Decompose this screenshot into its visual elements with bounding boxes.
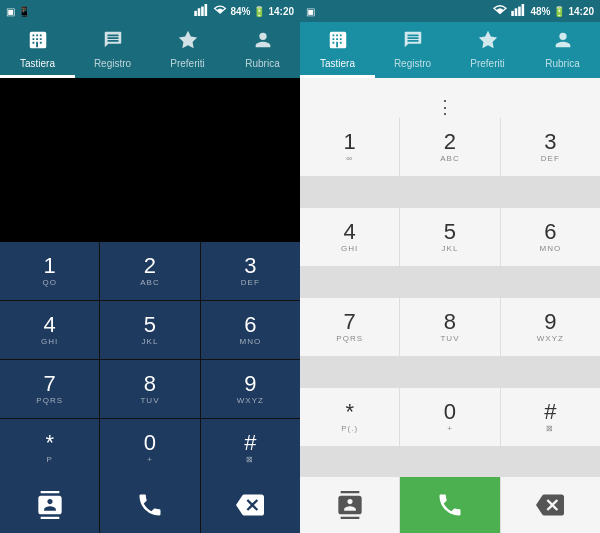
right-signal-icon	[511, 4, 527, 18]
svg-rect-5	[515, 8, 518, 16]
left-battery-text: 84%	[230, 6, 250, 17]
left-key-8[interactable]: 8 TUV	[100, 360, 199, 418]
right-key-4[interactable]: 4 GHI	[300, 208, 399, 266]
left-key-9[interactable]: 9 WXYZ	[201, 360, 300, 418]
left-screen-icon: ▣	[6, 6, 15, 17]
right-tastiera-icon	[327, 29, 349, 56]
left-tab-rubrica-label: Rubrica	[245, 58, 279, 69]
right-key-7[interactable]: 7 PQRS	[300, 298, 399, 356]
right-key-2[interactable]: 2 ABC	[400, 118, 499, 176]
right-preferiti-icon	[477, 29, 499, 56]
left-panel: ▣ 📱 84% 🔋 14:20 Tastiera Regis	[0, 0, 300, 533]
right-key-hash[interactable]: # ⊠	[501, 388, 600, 446]
right-action-bar	[300, 477, 600, 533]
overflow-menu-button[interactable]: ⋮	[436, 96, 455, 118]
right-key-star[interactable]: * P(.)	[300, 388, 399, 446]
right-wifi-icon	[492, 4, 508, 18]
right-tab-registro-label: Registro	[394, 58, 431, 69]
left-tab-tastiera[interactable]: Tastiera	[0, 22, 75, 78]
tastiera-icon	[27, 29, 49, 56]
right-call-button[interactable]	[400, 477, 499, 533]
right-dialer-display: ⋮	[300, 78, 600, 118]
left-keypad: 1 QO 2 ABC 3 DEF 4 GHI 5 JKL 6 MNO 7 PQR…	[0, 242, 300, 477]
svg-rect-1	[198, 8, 201, 16]
right-tab-preferiti-label: Preferiti	[470, 58, 504, 69]
right-key-0[interactable]: 0 +	[400, 388, 499, 446]
right-contacts-button[interactable]	[300, 477, 399, 533]
right-rubrica-icon	[552, 29, 574, 56]
svg-rect-2	[202, 7, 205, 16]
left-status-bar: ▣ 📱 84% 🔋 14:20	[0, 0, 300, 22]
left-wifi-icon	[213, 4, 227, 18]
left-key-star[interactable]: * P	[0, 419, 99, 477]
left-tab-registro-label: Registro	[94, 58, 131, 69]
left-tab-rubrica[interactable]: Rubrica	[225, 22, 300, 78]
preferiti-icon-left	[177, 29, 199, 56]
right-tab-tastiera[interactable]: Tastiera	[300, 22, 375, 78]
right-key-1[interactable]: 1 ∞	[300, 118, 399, 176]
svg-rect-6	[519, 7, 522, 16]
svg-rect-3	[205, 4, 208, 16]
right-delete-button[interactable]	[501, 477, 600, 533]
left-call-button[interactable]	[100, 477, 199, 533]
right-key-3[interactable]: 3 DEF	[501, 118, 600, 176]
left-status-right: 84% 🔋 14:20	[194, 4, 294, 18]
left-key-hash[interactable]: # ⊠	[201, 419, 300, 477]
right-status-left: ▣	[306, 6, 315, 17]
right-time: 14:20	[568, 6, 594, 17]
right-tab-registro[interactable]: Registro	[375, 22, 450, 78]
rubrica-icon-left	[252, 29, 274, 56]
left-tab-tastiera-label: Tastiera	[20, 58, 55, 69]
left-tab-preferiti-label: Preferiti	[170, 58, 204, 69]
left-time: 14:20	[268, 6, 294, 17]
left-key-0[interactable]: 0 +	[100, 419, 199, 477]
left-tab-registro[interactable]: Registro	[75, 22, 150, 78]
left-delete-button[interactable]	[201, 477, 300, 533]
left-key-6[interactable]: 6 MNO	[201, 301, 300, 359]
left-status-left: ▣ 📱	[6, 6, 30, 17]
right-panel: ▣ 48% 🔋 14:20 Tastiera Registro	[300, 0, 600, 533]
right-key-8[interactable]: 8 TUV	[400, 298, 499, 356]
left-key-3[interactable]: 3 DEF	[201, 242, 300, 300]
left-contacts-button[interactable]	[0, 477, 99, 533]
right-keypad: 1 ∞ 2 ABC 3 DEF 4 GHI 5 JKL 6 MNO 7 PQRS	[300, 118, 600, 477]
svg-rect-7	[522, 4, 525, 16]
right-battery-icon: 🔋	[553, 6, 565, 17]
left-key-7[interactable]: 7 PQRS	[0, 360, 99, 418]
right-registro-icon	[402, 29, 424, 56]
right-tab-rubrica[interactable]: Rubrica	[525, 22, 600, 78]
svg-rect-0	[195, 11, 198, 16]
left-action-bar	[0, 477, 300, 533]
left-tab-preferiti[interactable]: Preferiti	[150, 22, 225, 78]
right-key-9[interactable]: 9 WXYZ	[501, 298, 600, 356]
left-phone-icon: 📱	[18, 6, 30, 17]
right-tab-tastiera-label: Tastiera	[320, 58, 355, 69]
registro-icon	[102, 29, 124, 56]
left-key-5[interactable]: 5 JKL	[100, 301, 199, 359]
right-screen-icon: ▣	[306, 6, 315, 17]
right-battery-text: 48%	[530, 6, 550, 17]
left-key-4[interactable]: 4 GHI	[0, 301, 99, 359]
left-key-1[interactable]: 1 QO	[0, 242, 99, 300]
right-status-bar: ▣ 48% 🔋 14:20	[300, 0, 600, 22]
left-signal-icon	[194, 4, 210, 18]
left-key-2[interactable]: 2 ABC	[100, 242, 199, 300]
right-tab-bar: Tastiera Registro Preferiti Rubrica	[300, 22, 600, 78]
left-dialer-display	[0, 78, 300, 242]
left-battery-icon: 🔋	[253, 6, 265, 17]
svg-rect-4	[512, 11, 515, 16]
right-tab-rubrica-label: Rubrica	[545, 58, 579, 69]
right-key-6[interactable]: 6 MNO	[501, 208, 600, 266]
left-tab-bar: Tastiera Registro Preferiti Rubrica	[0, 22, 300, 78]
right-status-right: 48% 🔋 14:20	[492, 4, 594, 18]
right-key-5[interactable]: 5 JKL	[400, 208, 499, 266]
right-tab-preferiti[interactable]: Preferiti	[450, 22, 525, 78]
